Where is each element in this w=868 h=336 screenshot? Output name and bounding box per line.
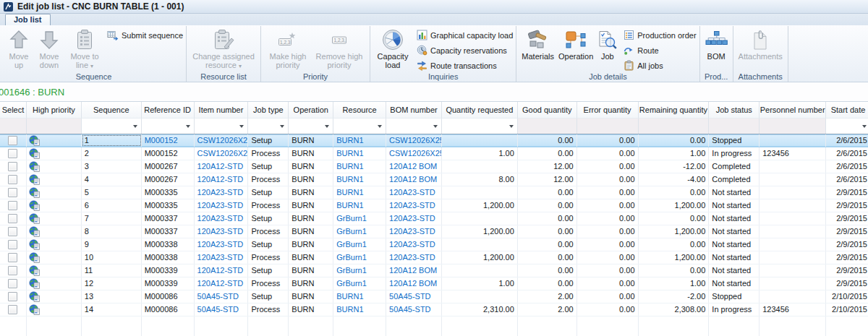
cell-item_number[interactable]: 120A23-STD <box>195 225 249 238</box>
column-header-item_number[interactable]: Item number <box>195 102 249 118</box>
select-checkbox[interactable] <box>8 253 17 262</box>
filter-cell-start_date[interactable] <box>826 118 868 134</box>
column-header-remaining_quantity[interactable]: Remaining quantity <box>639 102 710 118</box>
cell-resource[interactable]: BURN1 <box>333 186 386 199</box>
select-checkbox[interactable] <box>8 149 17 158</box>
cell-resource[interactable]: BURN1 <box>333 303 386 316</box>
bom-button[interactable]: BOM <box>703 27 730 61</box>
filter-dropdown-icon[interactable] <box>325 125 329 128</box>
operation-button[interactable]: Operation <box>556 27 595 61</box>
select-checkbox[interactable] <box>8 188 17 197</box>
job-row-3[interactable]: 3M000267120A12-STDSetupBURNBURN1120A12 B… <box>0 160 868 173</box>
cell-item_number[interactable]: 120A12-STD <box>195 160 249 173</box>
job-row-7[interactable]: 7M000337120A23-STDSetupBURNGrBurn1120A23… <box>0 212 868 225</box>
cell-item_number[interactable]: 120A23-STD <box>195 186 249 199</box>
cell-resource[interactable]: BURN1 <box>333 173 386 186</box>
column-header-reference_id[interactable]: Reference ID <box>142 102 195 118</box>
select-checkbox[interactable] <box>8 201 17 210</box>
filter-dropdown-icon[interactable] <box>509 125 514 128</box>
cell-bom_number[interactable]: 120A12 BOM <box>386 173 442 186</box>
filter-cell-sequence[interactable] <box>82 118 142 134</box>
capacity-reservations-button[interactable]: Capacity reservations <box>416 44 513 56</box>
column-header-start_date[interactable]: Start date <box>826 102 868 118</box>
select-checkbox[interactable] <box>8 305 17 314</box>
filter-cell-reference_id[interactable] <box>142 118 195 134</box>
change-assigned-resource-button[interactable]: Change assigned resource ▾ <box>190 27 258 72</box>
column-header-quantity_requested[interactable]: Quantity requested <box>442 102 518 118</box>
cell-item_number[interactable]: CSW12026X25 <box>195 147 249 160</box>
cell-resource[interactable]: GrBurn1 <box>333 225 386 238</box>
job-row-12[interactable]: 12M000339120A12-STDProcessBURNGrBurn1120… <box>0 277 868 290</box>
job-row-8[interactable]: 8M000337120A23-STDProcessBURNGrBurn1120A… <box>0 225 868 238</box>
cell-bom_number[interactable]: 120A23-STD <box>386 238 442 251</box>
cell-bom_number[interactable]: 120A12 BOM <box>386 277 442 290</box>
cell-item_number[interactable]: 50A45-STD <box>195 303 249 316</box>
cell-bom_number[interactable]: 120A23-STD <box>386 186 442 199</box>
filter-dropdown-icon[interactable] <box>133 125 137 128</box>
column-header-operation[interactable]: Operation <box>289 102 333 118</box>
move-to-line-button[interactable]: Move to line ▾ <box>65 27 104 72</box>
cell-resource[interactable]: BURN1 <box>333 199 386 212</box>
cell-resource[interactable]: GrBurn1 <box>333 212 386 225</box>
job-row-11[interactable]: 11M000339120A12-STDSetupBURNGrBurn1120A1… <box>0 264 868 277</box>
job-row-9[interactable]: 9M000338120A23-STDSetupBURNGrBurn1120A23… <box>0 238 868 251</box>
production-order-button[interactable]: Production order <box>623 29 696 41</box>
select-checkbox[interactable] <box>8 266 17 275</box>
select-checkbox[interactable] <box>8 214 17 223</box>
filter-dropdown-icon[interactable] <box>378 125 382 128</box>
route-button[interactable]: Route <box>623 44 696 56</box>
all-jobs-button[interactable]: All jobs <box>623 59 696 72</box>
job-row-6[interactable]: 6M000335120A23-STDProcessBURNBURN1120A23… <box>0 199 868 212</box>
cell-item_number[interactable]: 120A12-STD <box>195 173 249 186</box>
job-row-10[interactable]: 10M000338120A23-STDProcessBURNGrBurn1120… <box>0 251 868 264</box>
select-checkbox[interactable] <box>8 292 17 301</box>
column-header-sequence[interactable]: Sequence <box>82 102 142 118</box>
select-checkbox[interactable] <box>8 240 17 249</box>
cell-item_number[interactable]: 120A23-STD <box>195 251 249 264</box>
filter-cell-resource[interactable] <box>333 118 386 134</box>
cell-bom_number[interactable]: 50A45-STD <box>386 303 442 316</box>
filter-dropdown-icon[interactable] <box>280 125 284 128</box>
cell-item_number[interactable]: 50A45-STD <box>195 290 249 303</box>
cell-item_number[interactable]: CSW12026X25 <box>195 134 249 147</box>
graphical-capacity-load-button[interactable]: Graphical capacity load <box>416 29 513 41</box>
cell-bom_number[interactable]: 120A12 BOM <box>386 264 442 277</box>
move-down-button[interactable]: Move down <box>33 27 65 70</box>
job-row-4[interactable]: 4M000267120A12-STDProcessBURNBURN1120A12… <box>0 173 868 186</box>
cell-resource[interactable]: BURN1 <box>333 160 386 173</box>
cell-bom_number[interactable]: CSW12026X25 <box>386 134 442 147</box>
column-header-high_priority[interactable]: High priority <box>27 102 82 118</box>
job-row-14[interactable]: 14M00008650A45-STDProcessBURNBURN150A45-… <box>0 303 868 316</box>
filter-dropdown-icon[interactable] <box>433 125 438 128</box>
column-header-error_quantity[interactable]: Error quantity <box>577 102 639 118</box>
select-checkbox[interactable] <box>8 227 17 236</box>
filter-cell-bom_number[interactable] <box>386 118 442 134</box>
cell-resource[interactable]: GrBurn1 <box>333 251 386 264</box>
capacity-load-button[interactable]: Capacity load <box>373 27 412 70</box>
cell-resource[interactable]: BURN1 <box>333 134 386 147</box>
cell-item_number[interactable]: 120A23-STD <box>195 199 249 212</box>
filter-cell-operation[interactable] <box>289 118 333 134</box>
cell-resource[interactable]: BURN1 <box>333 290 386 303</box>
cell-bom_number[interactable]: 50A45-STD <box>386 290 442 303</box>
cell-resource[interactable]: BURN1 <box>333 147 386 160</box>
attachments-button[interactable]: Attachments <box>736 27 785 61</box>
cell-resource[interactable]: GrBurn1 <box>333 264 386 277</box>
select-checkbox[interactable] <box>8 279 17 288</box>
select-checkbox[interactable] <box>8 136 17 145</box>
column-header-personnel_number[interactable]: Personnel number <box>760 102 826 118</box>
make-high-priority-button[interactable]: 1,2,3 Make high priority <box>264 27 312 70</box>
filter-dropdown-icon[interactable] <box>239 125 244 128</box>
column-header-resource[interactable]: Resource <box>333 102 386 118</box>
job-row-13[interactable]: 13M00008650A45-STDSetupBURNBURN150A45-ST… <box>0 290 868 303</box>
cell-bom_number[interactable]: 120A23-STD <box>386 199 442 212</box>
materials-button[interactable]: Materials <box>519 27 556 61</box>
column-header-job_type[interactable]: Job type <box>248 102 289 118</box>
cell-bom_number[interactable]: CSW12026X25 <box>386 147 442 160</box>
route-transactions-button[interactable]: Route transactions <box>416 59 513 72</box>
cell-resource[interactable]: GrBurn1 <box>333 238 386 251</box>
cell-bom_number[interactable]: 120A12 BOM <box>386 160 442 173</box>
job-row-2[interactable]: 2M000152CSW12026X25ProcessBURNBURN1CSW12… <box>0 147 868 160</box>
column-header-good_quantity[interactable]: Good quantity <box>518 102 577 118</box>
cell-item_number[interactable]: 120A12-STD <box>195 264 249 277</box>
